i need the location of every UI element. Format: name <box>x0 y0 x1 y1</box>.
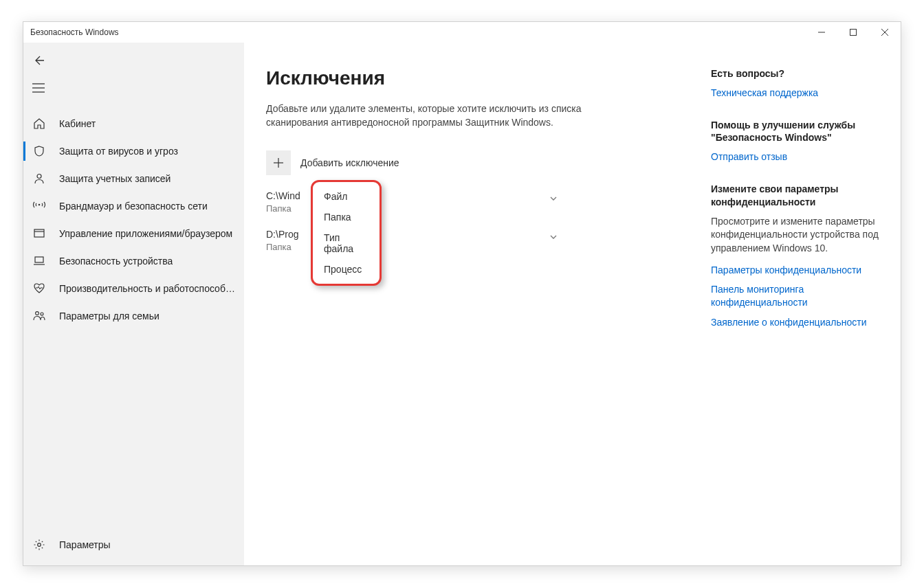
maximize-icon <box>850 29 857 36</box>
exclusion-item[interactable]: D:\Prog Папка <box>244 229 560 252</box>
svg-point-14 <box>38 543 41 547</box>
sidebar-item-label: Управление приложениями/браузером <box>59 228 232 239</box>
right-heading: Есть вопросы? <box>711 67 884 80</box>
exclusion-type: Папка <box>266 203 300 214</box>
sidebar-item-firewall[interactable]: Брандмауэр и безопасность сети <box>23 192 244 220</box>
right-text: Просмотрите и измените параметры конфиде… <box>711 215 884 256</box>
svg-point-12 <box>36 312 39 315</box>
svg-rect-11 <box>35 257 43 262</box>
sidebar-item-label: Защита учетных записей <box>59 173 170 184</box>
exclusion-type: Папка <box>266 242 298 252</box>
minimize-button[interactable] <box>806 22 837 43</box>
right-heading: Помощь в улучшении службы "Безопасность … <box>711 119 884 144</box>
right-pane: Есть вопросы? Техническая поддержка Помо… <box>704 43 901 565</box>
add-exclusion-label: Добавить исключение <box>300 157 399 168</box>
right-section-help: Есть вопросы? Техническая поддержка <box>711 67 884 100</box>
link-privacy-statement[interactable]: Заявление о конфиденциальности <box>711 316 884 329</box>
right-section-feedback: Помощь в улучшении службы "Безопасность … <box>711 119 884 164</box>
main: Исключения Добавьте или удалите элементы… <box>244 43 901 565</box>
right-section-privacy: Измените свои параметры конфиденциальнос… <box>711 183 884 329</box>
sidebar-item-device-security[interactable]: Безопасность устройства <box>23 247 244 275</box>
sidebar-item-performance[interactable]: Производительность и работоспособность у… <box>23 275 244 302</box>
sidebar-item-label: Кабинет <box>59 118 96 129</box>
sidebar-item-label: Параметры для семьи <box>59 311 160 322</box>
sidebar-item-label: Защита от вирусов и угроз <box>59 146 178 157</box>
chevron-down-icon <box>549 232 558 242</box>
dropdown-item-folder[interactable]: Папка <box>313 207 380 227</box>
sidebar-top <box>23 43 244 106</box>
dropdown-item-file[interactable]: Файл <box>313 186 380 207</box>
app-window: Безопасность Windows <box>23 21 901 566</box>
exclusion-item[interactable]: C:\Wind Папка <box>244 190 560 214</box>
window-title: Безопасность Windows <box>30 27 119 37</box>
chevron-down-icon <box>549 194 558 203</box>
people-icon <box>32 308 47 324</box>
expand-button[interactable] <box>547 192 560 205</box>
sidebar-item-account[interactable]: Защита учетных записей <box>23 165 244 192</box>
svg-rect-9 <box>34 229 44 237</box>
link-privacy-dashboard[interactable]: Панель мониторинга конфиденциальности <box>711 283 884 309</box>
right-heading: Измените свои параметры конфиденциальнос… <box>711 183 884 207</box>
svg-point-8 <box>38 204 41 206</box>
close-button[interactable] <box>869 22 901 43</box>
svg-point-7 <box>37 174 41 179</box>
add-exclusion-button[interactable] <box>266 150 291 175</box>
window-icon <box>32 226 47 241</box>
dropdown-item-process[interactable]: Процесс <box>313 259 380 280</box>
sidebar-item-family[interactable]: Параметры для семьи <box>23 302 244 330</box>
svg-rect-1 <box>850 30 857 36</box>
window-controls <box>806 22 901 43</box>
plus-icon <box>273 157 284 168</box>
sidebar-item-label: Брандмауэр и безопасность сети <box>59 201 208 212</box>
link-support[interactable]: Техническая поддержка <box>711 87 884 100</box>
shield-icon <box>32 144 47 159</box>
sidebar-item-app-browser[interactable]: Управление приложениями/браузером <box>23 220 244 247</box>
svg-point-13 <box>41 313 43 315</box>
page-description: Добавьте или удалите элементы, которые х… <box>244 102 595 130</box>
page-title: Исключения <box>244 67 704 89</box>
heart-icon <box>32 281 47 296</box>
hamburger-icon <box>32 83 45 93</box>
nav-list: Кабинет Защита от вирусов и угроз Защита… <box>23 106 244 527</box>
antenna-icon <box>32 199 47 214</box>
add-exclusion-row[interactable]: Добавить исключение <box>244 150 704 175</box>
laptop-icon <box>32 253 47 269</box>
hamburger-button[interactable] <box>23 74 54 102</box>
sidebar-item-label: Безопасность устройства <box>59 256 173 267</box>
back-arrow-icon <box>32 54 45 67</box>
minimize-icon <box>818 29 825 36</box>
sidebar-item-virus[interactable]: Защита от вирусов и угроз <box>23 137 244 165</box>
gear-icon <box>32 537 47 552</box>
link-privacy-settings[interactable]: Параметры конфиденциальности <box>711 264 884 277</box>
exclusion-path: C:\Wind <box>266 190 300 201</box>
close-icon <box>881 29 888 36</box>
home-icon <box>32 116 47 131</box>
sidebar-item-label: Производительность и работоспособность у… <box>59 283 237 294</box>
maximize-button[interactable] <box>837 22 869 43</box>
content: Исключения Добавьте или удалите элементы… <box>244 43 704 565</box>
sidebar-item-home[interactable]: Кабинет <box>23 110 244 137</box>
titlebar: Безопасность Windows <box>23 22 901 43</box>
window-body: Кабинет Защита от вирусов и угроз Защита… <box>23 43 901 565</box>
back-button[interactable] <box>23 47 54 74</box>
sidebar-item-settings[interactable]: Параметры <box>23 531 244 559</box>
link-feedback[interactable]: Отправить отзыв <box>711 150 884 164</box>
dropdown-item-filetype[interactable]: Тип файла <box>313 227 380 259</box>
expand-button[interactable] <box>547 230 560 244</box>
person-icon <box>32 171 47 186</box>
add-exclusion-dropdown: Файл Папка Тип файла Процесс <box>311 180 382 286</box>
exclusion-path: D:\Prog <box>266 229 298 240</box>
sidebar-item-label: Параметры <box>59 539 111 550</box>
sidebar: Кабинет Защита от вирусов и угроз Защита… <box>23 43 244 565</box>
sidebar-bottom: Параметры <box>23 527 244 565</box>
